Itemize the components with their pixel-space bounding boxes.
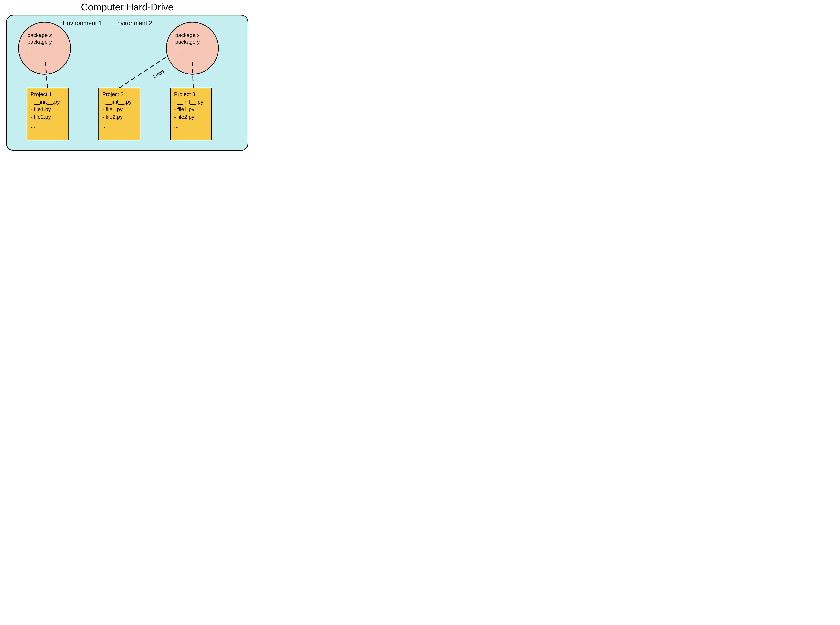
env1-package-1: package z [27, 32, 52, 38]
project-3-file-1: - __init__.py [174, 99, 203, 105]
project-2-file-2: - file1.py [102, 106, 123, 112]
project-2-file-3: - file2.py [102, 114, 123, 120]
project-2-title: Project 2 [102, 91, 123, 97]
project-3-title: Project 3 [174, 91, 195, 97]
project-1-file-1: - __init__.py [31, 99, 60, 105]
project-3-file-2: - file1.py [174, 106, 194, 112]
env1-package-2: package y [27, 39, 52, 45]
environment-1-circle [19, 22, 70, 74]
project-3-file-more: ... [174, 123, 179, 129]
environment-1-label: Environment 1 [63, 20, 102, 26]
project-3-file-3: - file2.py [174, 114, 194, 120]
env2-package-more: ... [175, 45, 180, 51]
project-1-file-3: - file2.py [31, 114, 51, 120]
project-1-title: Project 1 [31, 91, 52, 97]
project-2-file-more: ... [102, 123, 107, 129]
diagram-title: Computer Hard-Drive [81, 2, 173, 12]
environment-2-label: Environment 2 [113, 20, 152, 26]
diagram-canvas: Computer Hard-Drive Environment 1 Enviro… [0, 0, 254, 156]
env2-package-2: package y [175, 39, 200, 45]
env1-package-more: ... [27, 45, 32, 51]
project-1-file-more: ... [31, 123, 35, 129]
environment-2-circle [166, 22, 218, 74]
env2-package-1: package x [175, 32, 200, 38]
project-1-file-2: - file1.py [31, 106, 51, 112]
project-2-file-1: - __init__.py [102, 99, 131, 105]
